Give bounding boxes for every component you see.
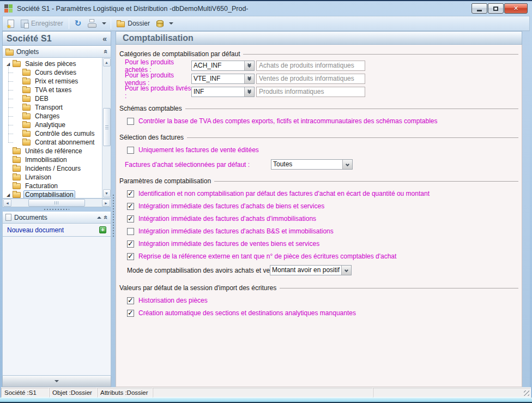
- combo-value: ACH_INF: [192, 61, 244, 70]
- produits-livres-combo[interactable]: INF: [191, 87, 255, 97]
- status-empty-cell: [153, 388, 373, 398]
- database-icon: [156, 20, 164, 27]
- produits-vendus-description: Ventes de produits informatiques: [256, 74, 365, 84]
- mode-avoirs-select[interactable]: Montant avoir en positif: [270, 265, 352, 275]
- controler-tva-checkbox[interactable]: [127, 118, 134, 125]
- factures-achat-select[interactable]: Toutes: [271, 159, 353, 170]
- tree-item[interactable]: ◢Comptabilisation: [3, 190, 102, 198]
- save-button[interactable]: Enregistrer: [18, 17, 66, 30]
- tree-item[interactable]: Charges: [3, 112, 102, 121]
- folder-icon: [117, 21, 125, 27]
- print-dropdown-arrow[interactable]: [102, 22, 106, 25]
- panel-splitter-handle[interactable]: [2, 207, 111, 212]
- tree-item[interactable]: Prix et remises: [3, 77, 102, 86]
- check-row: Contrôler la base de TVA des comptes exp…: [127, 117, 518, 125]
- new-document-link[interactable]: Nouveau document: [7, 226, 99, 234]
- documents-panel-header[interactable]: Documents «: [2, 212, 111, 224]
- double-chevron-down-icon[interactable]: [244, 87, 254, 97]
- tree-item[interactable]: Immobilisation: [3, 155, 102, 164]
- tree-item[interactable]: Livraison: [3, 173, 102, 182]
- tree-item[interactable]: Facturation: [3, 182, 102, 190]
- tree-item[interactable]: DEB: [3, 94, 102, 103]
- tree-item-label: DEB: [33, 94, 50, 103]
- chevron-down-icon[interactable]: [342, 160, 352, 169]
- combo-value: VTE_INF: [192, 74, 244, 83]
- scrollbar-track[interactable]: [103, 67, 111, 189]
- expand-icon[interactable]: ◢: [5, 193, 11, 197]
- app-icon: [4, 4, 13, 13]
- checkbox-label: Identification et non comptabilisation p…: [138, 190, 430, 197]
- resize-grip-icon[interactable]: [524, 390, 529, 396]
- onglets-panel-header[interactable]: Onglets «: [2, 46, 111, 58]
- restore-button[interactable]: [488, 3, 504, 14]
- tree-item[interactable]: Analytique: [3, 121, 102, 129]
- creation-sections-checkbox[interactable]: [127, 310, 134, 317]
- scroll-right-icon[interactable]: ►: [102, 199, 110, 207]
- scroll-down-icon[interactable]: ▼: [103, 189, 111, 197]
- database-button[interactable]: [154, 17, 166, 30]
- integration-ventes-checkbox[interactable]: [127, 240, 134, 248]
- check-row: Intégration immédiate des factures d'ach…: [127, 202, 518, 210]
- scrollbar-thumb[interactable]: [103, 108, 111, 146]
- sidebar-footer-bar[interactable]: [2, 376, 111, 387]
- sidebar-empty-area: [2, 237, 111, 376]
- integration-bs-checkbox[interactable]: [127, 203, 134, 210]
- collapse-sidebar-icon[interactable]: «: [102, 34, 107, 43]
- scroll-up-icon[interactable]: ▲: [103, 58, 111, 67]
- add-document-icon[interactable]: +: [99, 226, 106, 233]
- reprise-reference-checkbox[interactable]: [127, 253, 134, 260]
- tree-item[interactable]: Cours devises: [3, 68, 102, 77]
- integration-bs-immo-checkbox[interactable]: [127, 228, 134, 235]
- tree-item-label: Analytique: [33, 121, 67, 129]
- tree-item[interactable]: TVA et taxes: [3, 86, 102, 94]
- sidebar-splitter-handle[interactable]: [111, 31, 116, 387]
- refresh-button[interactable]: ↻: [72, 17, 84, 30]
- collapse-panel-icon[interactable]: «: [102, 215, 110, 219]
- checkbox-label: Intégration immédiate des factures d'ach…: [138, 227, 334, 235]
- chevron-down-icon[interactable]: [341, 266, 351, 275]
- double-chevron-down-icon[interactable]: [244, 74, 254, 83]
- window-bottom-border: [0, 398, 532, 403]
- scrollbar-thumb[interactable]: [28, 199, 86, 207]
- tree-vertical-scrollbar[interactable]: ▲ ▼: [102, 58, 111, 198]
- collapse-panel-icon[interactable]: «: [102, 50, 110, 53]
- folder-icon: [13, 166, 21, 172]
- tree-item[interactable]: Unités de référence: [3, 147, 102, 155]
- produits-achetes-combo[interactable]: ACH_INF: [191, 61, 255, 71]
- checkbox-label: Contrôler la base de TVA des comptes exp…: [138, 117, 437, 125]
- factures-editees-checkbox[interactable]: [127, 147, 134, 154]
- produits-vendus-combo[interactable]: VTE_INF: [191, 74, 255, 84]
- tree-horizontal-scrollbar[interactable]: ◄ ►: [2, 199, 111, 207]
- tree-item[interactable]: Contrat abonnement: [3, 138, 102, 147]
- main-content: Catégories de comptabilisation par défau…: [116, 45, 522, 387]
- minimize-button[interactable]: [471, 3, 487, 14]
- tree-item-label: Comptabilisation: [23, 190, 75, 198]
- toolbar-separator: [69, 18, 69, 29]
- scrollbar-track[interactable]: [12, 199, 101, 207]
- identification-ecart-checkbox[interactable]: [127, 190, 134, 197]
- database-dropdown-arrow[interactable]: [169, 22, 173, 25]
- tree-item-label: Contrôle des cumuls: [33, 129, 96, 138]
- sidebar: Société S1 « Onglets « ◢Saisie des pièce…: [2, 31, 111, 387]
- save-button-label: Enregistrer: [31, 20, 63, 27]
- tree-item[interactable]: Contrôle des cumuls: [3, 129, 102, 138]
- checkbox-label: Uniquement les factures de vente éditées: [138, 146, 259, 154]
- refresh-icon: ↻: [75, 20, 82, 27]
- panel-arrow-up-icon[interactable]: [97, 216, 101, 219]
- new-document-button[interactable]: [5, 17, 17, 30]
- dossier-button[interactable]: Dossier: [114, 17, 153, 30]
- checkbox-label: Intégration immédiate des factures d'ach…: [138, 215, 316, 222]
- tree-item[interactable]: Transport: [3, 103, 102, 112]
- status-empty-cell: [373, 388, 531, 398]
- status-objet: Objet :Dossier: [49, 388, 97, 398]
- tree-item[interactable]: Incidents / Encours: [3, 164, 102, 173]
- folder-icon: [13, 183, 21, 189]
- tree-item[interactable]: ◢Saisie des pièces: [3, 59, 102, 68]
- tree-item-label: Transport: [33, 103, 64, 112]
- scroll-left-icon[interactable]: ◄: [3, 199, 11, 207]
- integration-immo-checkbox[interactable]: [127, 215, 134, 222]
- double-chevron-down-icon[interactable]: [244, 61, 254, 70]
- print-button[interactable]: [85, 17, 99, 30]
- historisation-checkbox[interactable]: [127, 297, 134, 304]
- close-button[interactable]: ✕: [504, 3, 528, 14]
